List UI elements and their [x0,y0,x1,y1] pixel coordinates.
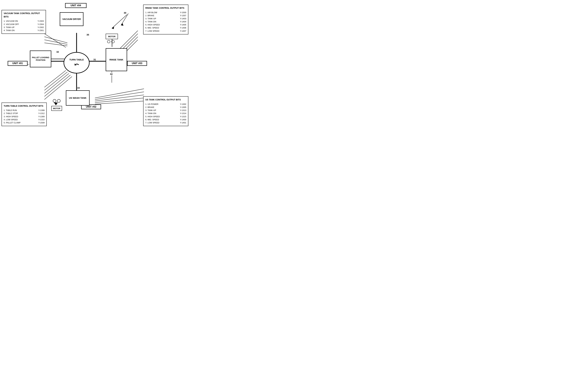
list-item: 2. BRAKEY-1307 [145,14,186,17]
turn-table-ctrl-title: TURN TABLE CONTROL OUTPUT BITS [4,104,44,108]
turntable: TURN TABLE ⤺ [64,52,90,73]
svg-line-12 [44,40,67,44]
us-tank-ctrl-title: US TANK CONTROL OUTPUT BITS [145,98,186,101]
item-label: 7. LOW SPEED [145,29,159,33]
item-code: Y-1501 [38,29,44,32]
list-item: 1. VACUUM ONY-1503 [4,20,44,23]
us-tank-ctrl-items: 1. US POWERY-13022. BRAKEY-13053. TANK-U… [145,103,186,124]
number-32: 32 [56,51,59,53]
item-code: Y-1500 [180,11,186,14]
svg-line-11 [44,37,67,43]
item-code: Y-1305 [180,106,186,109]
svg-line-13 [44,43,67,46]
list-item: 3. TANK-UPY-1403 [145,17,186,20]
motor-to-rinse-line [112,39,112,47]
list-item: 5. HIGH SPEEDY-1405 [145,23,186,26]
vacuum-dryer-box: VACUUM DRYER [60,12,84,26]
item-label: 1. AIR BLOW [145,11,157,14]
item-code: Y-1309 [38,115,44,118]
list-item: 3. TANK-UPY-1502 [4,26,44,29]
list-item: 7. LOW SPEEDY-1401 [145,121,186,124]
list-item: 1. US POWERY-1302 [145,103,186,106]
rinse-motor-box: MOTOR [106,34,118,39]
svg-line-5 [112,14,127,28]
item-code: Y-1403 [180,17,186,20]
item-code: Y-1400 [180,118,186,121]
item-code: Y-1313 [180,109,186,112]
item-code: Y-1404 [180,20,186,23]
pallet-loading-box: PALLET LOADING POSITION [30,51,51,67]
item-label: 4. TANK-DN [145,112,156,115]
rinse-tank-box: RINSE TANK [106,48,127,71]
item-label: 1. US POWER [145,103,158,106]
us-motor-triangle [54,103,58,105]
list-item: 5. PALLET CLAMPY-1509 [4,121,44,124]
vacuum-tank-title: VACUUM TANK CONTROL OUTPUT BITS [4,12,44,18]
item-code: Y-1502 [38,26,44,29]
item-code: Y-1509 [38,121,44,124]
item-label: 5. HIGH SPEED [145,115,160,118]
number-35: 35 [86,33,89,36]
item-code: Y-1310 [38,118,44,121]
svg-line-14 [44,70,66,87]
diagram: VACUUM TANK CONTROL OUTPUT BITS 1. VACUU… [0,0,190,131]
item-code: Y-1314 [180,112,186,115]
svg-line-16 [44,73,69,93]
unit01-label: UNIT #01 [8,61,28,66]
item-label: 5. HIGH SPEED [145,23,160,26]
rinse-tank-ctrl-items: 1. AIR BLOWY-15002. BRAKEY-13073. TANK-U… [145,11,186,33]
item-label: 2. BRAKE [145,14,154,17]
svg-marker-30 [121,23,123,26]
list-item: 1. AIR BLOWY-1500 [145,11,186,14]
svg-marker-6 [112,27,114,29]
motor-circle-1 [107,40,110,43]
list-item: 3. HIGH SPEEDY-1309 [4,115,44,118]
svg-line-29 [121,14,128,25]
item-label: 2. TABLE STOP [4,112,18,115]
item-label: 6. MID. SPEED [145,118,159,121]
list-item: 3. TANK-UPY-1313 [145,109,186,112]
item-code: Y-1405 [180,23,186,26]
us-motor-circle-2 [57,99,60,103]
item-code: Y-1407 [180,29,186,33]
unit04-label: UNIT #04 [65,3,86,8]
list-item: 2. TABLE STOPY-1312 [4,112,44,115]
item-code: Y-1308 [38,109,44,112]
us-motor-box: MOTOR [51,106,62,111]
number-33: 33 [77,86,80,89]
list-item: 4. TANK-DNY-1314 [145,112,186,115]
turntable-label: TURN TABLE [69,58,84,61]
item-code: Y-1401 [180,121,186,124]
vacuum-tank-items: 1. VACUUM ONY-15032. VACUUM OFFY-15043. … [4,20,44,32]
item-label: 3. HIGH SPEED [4,115,18,118]
svg-line-20 [95,92,144,99]
item-code: Y-1503 [38,20,44,23]
list-item: 7. LOW SPEEDY-1407 [145,29,186,33]
item-label: 4. TANK-DN [145,20,156,23]
list-item: 6. MID. SPEEDY-1406 [145,26,186,29]
number-34: 34 [110,73,113,75]
svg-line-23 [95,101,144,104]
item-label: 4. TANK-DN [4,29,14,32]
item-code: Y-1406 [180,26,186,29]
item-label: 2. VACUUM OFF [4,23,19,26]
number-31: 31 [93,58,96,61]
item-code: Y-1315 [180,115,186,118]
turn-table-ctrl-items: 1. TABLE RUNY-13082. TABLE STOPY-13123. … [4,109,44,124]
list-item: 6. MID. SPEEDY-1400 [145,118,186,121]
list-item: 2. BRAKEY-1305 [145,106,186,109]
turntable-arrow: ⤺ [74,62,79,67]
list-item: 5. HIGH SPEEDY-1315 [145,115,186,118]
item-label: 4. LOW SPEED [4,118,18,121]
svg-line-4 [44,34,66,47]
item-code: Y-1307 [180,14,186,17]
turn-table-control-box: TURN TABLE CONTROL OUTPUT BITS 1. TABLE … [1,103,47,126]
number-30: 30 [124,12,126,14]
unit03-label: UNIT #03 [127,61,147,66]
rinse-tank-control-box: RINSE TANK CONTROL OUTPUT BITS 1. AIR BL… [143,5,188,34]
item-label: 7. LOW SPEED [145,121,159,124]
svg-line-19 [95,89,144,98]
item-label: 3. TANK-UP [145,17,156,20]
item-label: 6. MID. SPEED [145,26,159,29]
list-item: 4. TANK-DNY-1404 [145,20,186,23]
